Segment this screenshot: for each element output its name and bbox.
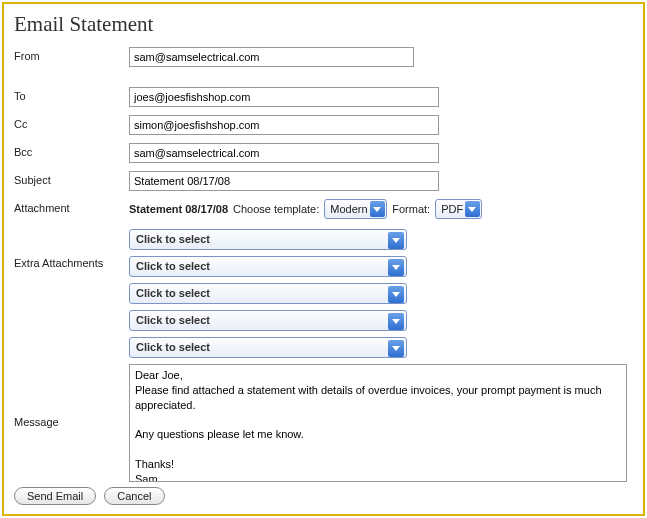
extra-attachment-5[interactable]: Click to select bbox=[129, 337, 407, 358]
template-select-wrap[interactable]: Modern bbox=[324, 199, 387, 219]
choose-template-label: Choose template: bbox=[233, 203, 319, 215]
chevron-down-icon bbox=[388, 340, 404, 357]
cc-input[interactable] bbox=[129, 115, 439, 135]
extra-attachment-2[interactable]: Click to select bbox=[129, 256, 407, 277]
chevron-down-icon bbox=[388, 259, 404, 276]
extra-attachment-1[interactable]: Click to select bbox=[129, 229, 407, 250]
format-select-wrap[interactable]: PDF bbox=[435, 199, 482, 219]
from-input[interactable] bbox=[129, 47, 414, 67]
label-from: From bbox=[14, 47, 129, 62]
template-select[interactable]: Modern bbox=[324, 199, 387, 219]
subject-input[interactable] bbox=[129, 171, 439, 191]
email-statement-panel: Email Statement From To Cc Bcc Subject A… bbox=[2, 2, 645, 516]
message-textarea[interactable] bbox=[129, 364, 627, 482]
format-select[interactable]: PDF bbox=[435, 199, 482, 219]
to-input[interactable] bbox=[129, 87, 439, 107]
bcc-input[interactable] bbox=[129, 143, 439, 163]
extra-attachment-3[interactable]: Click to select bbox=[129, 283, 407, 304]
label-bcc: Bcc bbox=[14, 143, 129, 158]
label-extra: Extra Attachments bbox=[14, 227, 129, 269]
page-title: Email Statement bbox=[14, 12, 635, 37]
format-label: Format: bbox=[392, 203, 430, 215]
label-message: Message bbox=[14, 364, 129, 428]
attachment-name: Statement 08/17/08 bbox=[129, 203, 228, 215]
send-email-button[interactable]: Send Email bbox=[14, 487, 96, 505]
label-subject: Subject bbox=[14, 171, 129, 186]
chevron-down-icon bbox=[388, 286, 404, 303]
label-attachment: Attachment bbox=[14, 199, 129, 214]
chevron-down-icon bbox=[388, 313, 404, 330]
label-to: To bbox=[14, 87, 129, 102]
extra-attachment-4[interactable]: Click to select bbox=[129, 310, 407, 331]
cancel-button[interactable]: Cancel bbox=[104, 487, 164, 505]
label-cc: Cc bbox=[14, 115, 129, 130]
chevron-down-icon bbox=[388, 232, 404, 249]
